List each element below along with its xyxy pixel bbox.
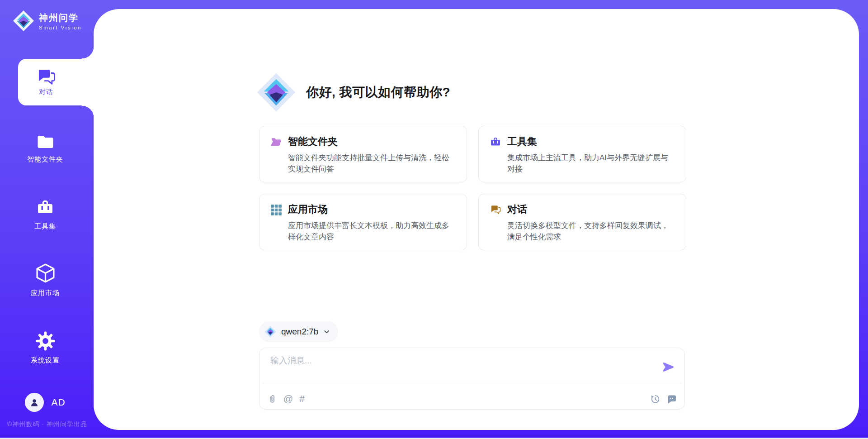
card-title: 工具集: [507, 136, 675, 148]
card-toolset[interactable]: 工具集 集成市场上主流工具，助力AI与外界无缝扩展与对接: [478, 126, 686, 182]
card-smart-folder[interactable]: 智能文件夹 智能文件夹功能支持批量文件上传与清洗，轻松实现文件问答: [259, 126, 467, 182]
card-description: 智能文件夹功能支持批量文件上传与清洗，轻松实现文件问答: [288, 152, 456, 175]
message-input[interactable]: [269, 355, 642, 366]
footer-note: ©神州数码 · 神州问学出品: [7, 420, 87, 429]
card-title: 智能文件夹: [288, 136, 456, 148]
card-chat[interactable]: 对话 灵活切换多模型文件，支持多样回复效果调试，满足个性化需求: [478, 194, 686, 250]
card-title: 对话: [507, 204, 675, 216]
folder-open-icon: [270, 136, 282, 148]
assistant-logo-icon: [256, 72, 296, 112]
sidebar-item-label: 系统设置: [31, 356, 60, 365]
sidebar-item-label: 应用市场: [31, 289, 60, 297]
toolbox-icon: [36, 198, 55, 217]
gear-icon: [35, 331, 56, 351]
composer: @ #: [259, 348, 685, 410]
sidebar-item-chat[interactable]: 对话: [18, 59, 94, 105]
greeting-title: 你好, 我可以如何帮助你?: [306, 84, 450, 101]
folder-icon: [36, 134, 55, 150]
mention-icon[interactable]: @: [283, 394, 293, 404]
sidebar-item-toolset[interactable]: 工具集: [0, 198, 90, 231]
hashtag-icon[interactable]: #: [299, 394, 305, 404]
tab-curve-top: [82, 47, 94, 59]
cube-icon: [35, 262, 56, 284]
composer-divider: [262, 383, 682, 383]
sidebar-item-label: 工具集: [34, 222, 56, 231]
history-icon[interactable]: [650, 394, 660, 404]
composer-tools-left: @ #: [268, 394, 305, 404]
feature-cards: 智能文件夹 智能文件夹功能支持批量文件上传与清洗，轻松实现文件问答 工具集 集成…: [259, 126, 686, 250]
brand-logo-icon: [13, 10, 34, 32]
user-profile[interactable]: AD: [0, 393, 90, 412]
card-description: 灵活切换多模型文件，支持多样回复效果调试，满足个性化需求: [507, 220, 675, 243]
tab-curve-bottom: [82, 105, 94, 118]
model-selector[interactable]: qwen2:7b: [259, 321, 338, 342]
briefcase-icon: [490, 136, 501, 148]
brand-subtitle: Smart Vision: [39, 25, 82, 30]
attachment-icon[interactable]: [268, 394, 277, 404]
person-icon: [29, 397, 40, 408]
grid-icon: [270, 204, 282, 216]
model-name: qwen2:7b: [281, 327, 318, 337]
main-panel: 你好, 我可以如何帮助你? 智能文件夹 智能文件夹功能支持批量文件上传与清洗，轻…: [94, 9, 859, 430]
app-root: 你好, 我可以如何帮助你? 智能文件夹 智能文件夹功能支持批量文件上传与清洗，轻…: [0, 0, 868, 439]
composer-tools-right: [650, 394, 676, 404]
sidebar-item-app-market[interactable]: 应用市场: [0, 262, 90, 297]
user-name: AD: [51, 397, 65, 408]
card-app-market[interactable]: 应用市场 应用市场提供丰富长文本模板，助力高效生成多样化文章内容: [259, 194, 467, 250]
card-description: 应用市场提供丰富长文本模板，助力高效生成多样化文章内容: [288, 220, 456, 243]
card-description: 集成市场上主流工具，助力AI与外界无缝扩展与对接: [507, 152, 675, 175]
brand-name: 神州问学: [39, 12, 82, 24]
chat-icon: [490, 204, 501, 216]
card-title: 应用市场: [288, 204, 456, 216]
chat-bubble-icon[interactable]: [666, 394, 676, 404]
send-icon[interactable]: [662, 361, 675, 373]
sidebar-item-label: 对话: [39, 88, 53, 96]
chat-icon: [36, 68, 57, 87]
model-logo-icon: [264, 326, 276, 338]
sidebar-item-label: 智能文件夹: [27, 155, 63, 164]
brand: 神州问学 Smart Vision: [13, 10, 82, 32]
sidebar-item-settings[interactable]: 系统设置: [0, 331, 90, 365]
greeting: 你好, 我可以如何帮助你?: [256, 72, 450, 112]
chevron-down-icon: [323, 329, 330, 335]
sidebar-item-smart-folder[interactable]: 智能文件夹: [0, 134, 90, 164]
avatar: [25, 393, 44, 412]
